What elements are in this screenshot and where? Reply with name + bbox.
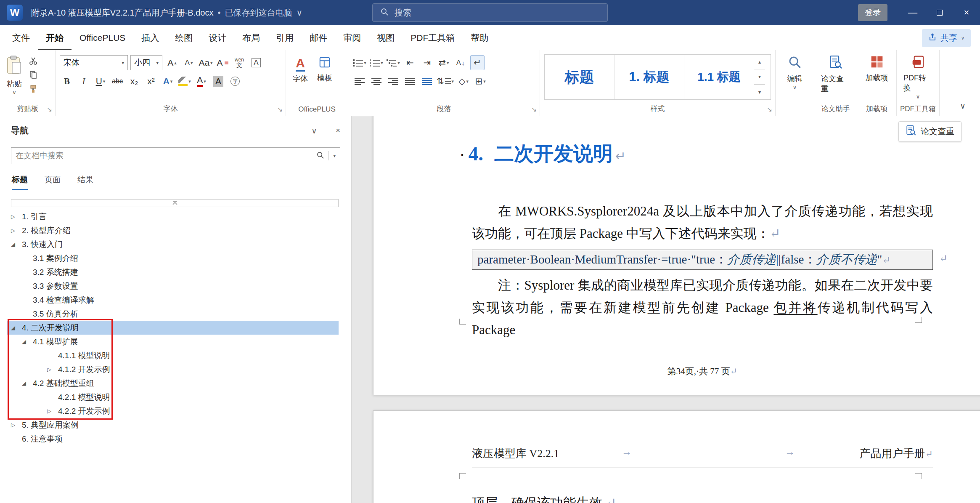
nav-item-2[interactable]: ▷2. 模型库介绍 <box>7 224 339 237</box>
align-left-button[interactable] <box>352 74 367 89</box>
maximize-button[interactable] <box>926 0 953 25</box>
character-border-button[interactable]: A <box>249 55 263 70</box>
nav-jump-top-bar[interactable] <box>11 199 339 207</box>
nav-item-3-5[interactable]: 3.5 仿真分析 <box>7 307 339 321</box>
nav-item-4-2-2[interactable]: ▷4.2.2 开发示例 <box>7 404 339 418</box>
tab-pdf-toolbox[interactable]: PDF工具箱 <box>403 25 463 50</box>
expand-arrow-icon[interactable]: ◢ <box>22 380 33 386</box>
nav-item-3-4[interactable]: 3.4 检查编译求解 <box>7 293 339 307</box>
nav-item-1[interactable]: ▷1. 引言 <box>7 210 339 224</box>
italic-button[interactable]: I <box>77 74 91 89</box>
tab-references[interactable]: 引用 <box>268 25 302 50</box>
tab-home[interactable]: 开始 <box>38 25 72 50</box>
copy-button[interactable] <box>27 69 40 81</box>
multilevel-list-button[interactable]: ▾ <box>386 55 400 70</box>
enclose-character-button[interactable]: 字 <box>228 74 242 89</box>
justify-button[interactable] <box>403 74 417 89</box>
minimize-button[interactable]: — <box>899 0 926 25</box>
tab-mailings[interactable]: 邮件 <box>302 25 335 50</box>
cut-button[interactable] <box>27 55 40 67</box>
style-heading-1-1[interactable]: 1.1 标题 <box>684 55 754 99</box>
style-heading-1[interactable]: 1. 标题 <box>614 55 684 99</box>
align-center-button[interactable] <box>369 74 384 89</box>
font-size-combo[interactable]: 小四 ▾ <box>130 55 162 70</box>
edit-button[interactable]: 编辑 ∨ <box>780 53 810 91</box>
tab-officeplus[interactable]: OfficePLUS <box>72 25 133 50</box>
nav-search-icon[interactable] <box>316 151 324 161</box>
subscript-button[interactable]: x₂ <box>127 74 141 89</box>
font-name-combo[interactable]: 宋体 ▾ <box>60 55 128 70</box>
strikethrough-button[interactable]: abc <box>110 74 124 89</box>
collapse-arrow-icon[interactable]: ▷ <box>11 213 22 220</box>
paper-check-floating-button[interactable]: 论文查重 <box>898 121 961 142</box>
nav-tab-pages[interactable]: 页面 <box>45 174 61 190</box>
search-box[interactable]: 搜索 <box>372 3 608 22</box>
bold-button[interactable]: B <box>60 74 74 89</box>
tab-draw[interactable]: 绘图 <box>167 25 201 50</box>
officeplus-font-button[interactable]: A 字体 <box>290 54 310 85</box>
paragraph-dialog-launcher[interactable]: ↘ <box>531 106 537 113</box>
sort-button[interactable]: A↓ <box>453 55 468 70</box>
align-right-button[interactable] <box>386 74 400 89</box>
nav-item-3-2[interactable]: 3.2 系统搭建 <box>7 265 339 279</box>
font-color-button[interactable]: A▾ <box>194 74 209 89</box>
addins-button[interactable]: 加载项 <box>861 53 892 85</box>
close-button[interactable]: × <box>953 0 980 25</box>
collapse-arrow-icon[interactable]: ▷ <box>11 227 22 234</box>
tab-insert[interactable]: 插入 <box>133 25 167 50</box>
character-shading-button[interactable]: A <box>211 74 225 89</box>
change-case-button[interactable]: Aa▾ <box>199 55 213 70</box>
nav-search-input[interactable] <box>16 151 312 160</box>
word-app-icon[interactable]: W <box>7 5 23 21</box>
nav-item-4-selected[interactable]: ◢4. 二次开发说明 <box>7 321 339 335</box>
nav-options-chevron-icon[interactable]: ∨ <box>311 126 317 136</box>
font-dialog-launcher[interactable]: ↘ <box>277 106 283 113</box>
expand-arrow-icon[interactable]: ◢ <box>11 325 22 331</box>
nav-item-3-3[interactable]: 3.3 参数设置 <box>7 279 339 293</box>
phonetic-guide-button[interactable]: wén文 <box>232 55 246 70</box>
shading-button[interactable]: ◇▾ <box>456 74 471 89</box>
numbered-list-button[interactable]: ▾ <box>369 55 384 70</box>
nav-item-4-2-1[interactable]: 4.2.1 模型说明 <box>7 390 339 404</box>
officeplus-template-button[interactable]: 模板 <box>315 54 335 85</box>
login-button[interactable]: 登录 <box>858 4 887 21</box>
share-button[interactable]: 共享 ∨ <box>922 29 971 47</box>
shrink-font-button[interactable]: A▾ <box>182 55 196 70</box>
decrease-indent-button[interactable]: ⇤ <box>403 55 417 70</box>
nav-item-4-1-2[interactable]: ▷4.1.2 开发示例 <box>7 362 339 376</box>
expand-arrow-icon[interactable]: ◢ <box>22 338 33 345</box>
line-spacing-button[interactable]: ⇅▾ <box>437 74 454 89</box>
collapse-ribbon-button[interactable]: ∨ <box>960 101 966 111</box>
nav-item-3[interactable]: ◢3. 快速入门 <box>7 237 339 251</box>
nav-tab-results[interactable]: 结果 <box>77 174 93 190</box>
styles-more-button[interactable]: ▾ <box>754 85 765 99</box>
tab-design[interactable]: 设计 <box>201 25 234 50</box>
paper-check-button[interactable]: 论文查重 <box>818 53 853 96</box>
styles-scroll-up-button[interactable]: ▴ <box>754 55 765 69</box>
show-marks-button[interactable]: ↵ <box>470 55 485 70</box>
clipboard-dialog-launcher[interactable]: ↘ <box>47 106 52 113</box>
expand-arrow-icon[interactable]: ◢ <box>11 241 22 248</box>
styles-scroll-down-button[interactable]: ▾ <box>754 69 765 84</box>
clear-format-button[interactable]: A <box>215 55 230 70</box>
nav-item-4-1[interactable]: ◢4.1 模型扩展 <box>7 335 339 349</box>
tab-review[interactable]: 审阅 <box>335 25 369 50</box>
title-chevron-icon[interactable]: ∨ <box>296 8 302 18</box>
nav-item-6[interactable]: 6. 注意事项 <box>7 432 339 446</box>
document-page-1[interactable]: ▪ 4. 二次开发说明 ↵ 在 MWORKS.Sysplorer2024a 及以… <box>373 116 980 395</box>
nav-search-box[interactable]: ▾ <box>11 147 340 164</box>
document-title[interactable]: 附录A-10 液压模型库V2.2.1产品用户手册-B.docx • 已保存到这台… <box>31 7 302 19</box>
tab-layout[interactable]: 布局 <box>234 25 268 50</box>
tab-help[interactable]: 帮助 <box>463 25 496 50</box>
increase-indent-button[interactable]: ⇥ <box>420 55 434 70</box>
collapse-arrow-icon[interactable]: ▷ <box>47 366 58 373</box>
paste-button[interactable]: 粘贴 ∨ <box>4 53 24 96</box>
distributed-button[interactable] <box>420 74 434 89</box>
collapse-arrow-icon[interactable]: ▷ <box>47 408 58 414</box>
format-painter-button[interactable] <box>27 83 40 95</box>
borders-button[interactable]: ⊞▾ <box>473 74 487 89</box>
nav-item-5[interactable]: ▷5. 典型应用案例 <box>7 418 339 432</box>
underline-button[interactable]: U▾ <box>93 74 108 89</box>
tab-view[interactable]: 视图 <box>369 25 403 50</box>
nav-item-3-1[interactable]: 3.1 案例介绍 <box>7 251 339 265</box>
